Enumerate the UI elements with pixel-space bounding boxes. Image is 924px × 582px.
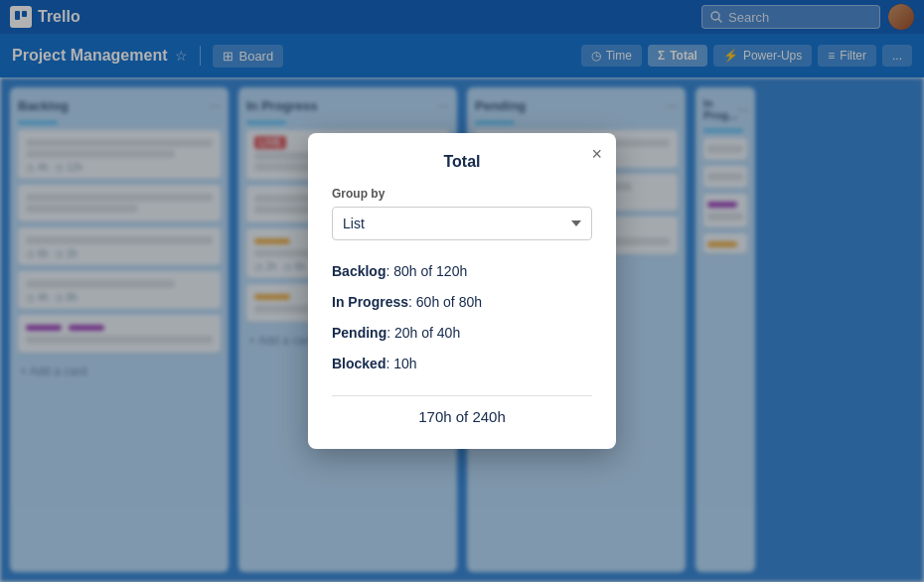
stats-list: Backlog: 80h of 120h In Progress: 60h of… xyxy=(332,256,592,379)
modal-divider xyxy=(332,395,592,396)
stat-pending-label: Pending xyxy=(332,325,386,341)
modal-close-button[interactable]: × xyxy=(591,145,602,163)
stat-pending: Pending: 20h of 40h xyxy=(332,318,592,349)
stat-blocked-label: Blocked xyxy=(332,356,385,371)
total-modal: Total × Group by List Member Label Due D… xyxy=(308,133,616,449)
stat-pending-value: 20h of 40h xyxy=(394,325,460,341)
stat-blocked-value: 10h xyxy=(393,356,416,371)
group-by-label: Group by xyxy=(332,187,592,201)
modal-total: 170h of 240h xyxy=(332,408,592,425)
modal-overlay: Total × Group by List Member Label Due D… xyxy=(0,0,924,582)
stat-inprogress-label: In Progress xyxy=(332,294,408,310)
modal-title: Total xyxy=(332,153,592,171)
stat-inprogress-value: 60h of 80h xyxy=(416,294,482,310)
stat-inprogress: In Progress: 60h of 80h xyxy=(332,287,592,318)
group-by-select[interactable]: List Member Label Due Date xyxy=(332,207,592,240)
stat-blocked: Blocked: 10h xyxy=(332,349,592,379)
stat-backlog: Backlog: 80h of 120h xyxy=(332,256,592,287)
stat-backlog-label: Backlog xyxy=(332,263,385,279)
stat-backlog-value: 80h of 120h xyxy=(393,263,467,279)
